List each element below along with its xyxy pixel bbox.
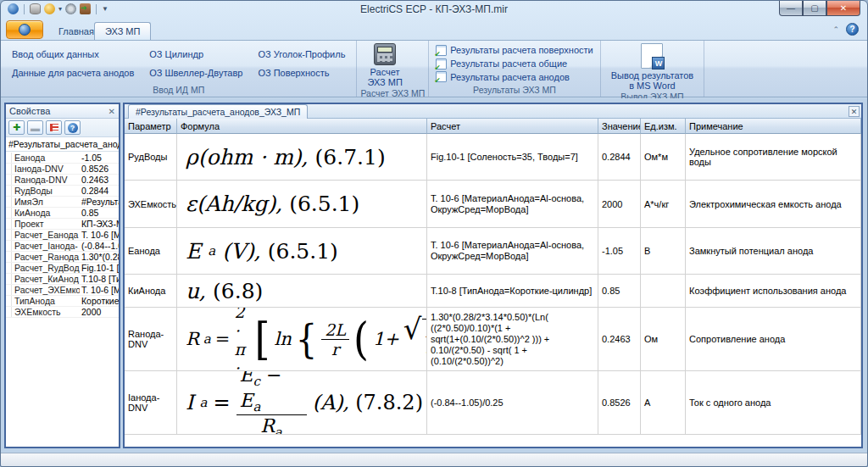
property-row[interactable]: Расчет_RудВодFig.10-1 [Соле [6,263,119,274]
element-selector[interactable]: #Результаты_расчета_анодов_Э [6,137,119,152]
button-results-anodes[interactable]: Результаты расчета анодов [432,71,596,82]
table-row[interactable]: ЭХЕмкость ε(Ah/kg), (6.5.1) Т. 10-6 [Мат… [125,181,861,228]
col-formula[interactable]: Формула [177,119,427,134]
button-calc-label: Расчет ЭХЗ МП [367,67,402,87]
ribbon-group-results: Результаты расчета поверхности Результат… [429,41,600,97]
formula-cell: Ea(V), (6.5.1) [177,228,427,275]
calc-cell: 1.30*(0.28/2*3.14*0.50)*(Ln( ((2*0.50)/0… [427,308,598,371]
button-oz-surface[interactable]: ОЗ Поверхность [253,66,349,80]
value-cell: -1.05 [598,228,641,275]
client-area: Свойства ✕ ✚ ▬ ? #Результаты_расчета_ано… [1,98,867,453]
param-cell: Еанода [125,228,177,275]
collapse-ribbon-icon[interactable]: ⌃ [832,25,839,34]
question-icon: ? [68,123,78,133]
calc-cell: Т.10-8 [ТипАнода=Короткие-цилиндр] [427,275,598,308]
property-row[interactable]: ПроектКП-ЭХЗ-МП [6,219,119,230]
calculator-icon [374,43,396,65]
document-tab-strip: #Результаты_расчета_анодов_ЭХЗ_МП ✕ [125,104,861,119]
minimize-button[interactable]: — [779,1,803,16]
unit-cell: В [641,228,686,275]
value-cell: 2000 [598,181,641,228]
categorize-button[interactable] [46,120,62,135]
results-general-label: Результаты расчета общие [450,58,567,69]
unit-cell: Ом*м [641,134,686,181]
button-results-surface[interactable]: Результаты расчета поверхности [432,45,596,56]
value-cell: 0.85 [598,275,641,308]
calc-cell: (-0.84--1.05)/0.25 [427,371,598,435]
add-button[interactable]: ✚ [8,120,25,135]
titlebar: ▾ ▼ ElectriCS ECP - КП-ЭХЗ-МП.mir — ▢ ✕ [1,1,867,19]
property-row[interactable]: Расчет_ЭХЕмкоТ. 10-6 [Матер [6,285,119,296]
remove-button[interactable]: ▬ [27,120,43,135]
note-cell: Замкнутый потенциал анода [686,228,861,275]
property-row[interactable]: RудВоды0.2844 [6,186,119,197]
window-title: ElectriCS ECP - КП-ЭХЗ-МП.mir [1,3,867,15]
plus-icon: ✚ [13,122,20,133]
app-window: ▾ ▼ ElectriCS ECP - КП-ЭХЗ-МП.mir — ▢ ✕ … [0,0,868,467]
calc-cell: Т. 10-6 [МатериалАнода=Al-основа, ОкружС… [427,228,598,275]
property-row[interactable]: Rанода-DNV0.2463 [6,175,119,186]
button-oz-angle[interactable]: ОЗ Уголок-Профиль [253,47,349,61]
results-anodes-label: Результаты расчета анодов [450,72,570,82]
button-word-label: Вывод результатов в MS Word [611,70,693,91]
table-row[interactable]: Rанода-DNV Ra = ρ2 · π · L [ ln { 2Lr ( … [125,308,861,371]
document-tab[interactable]: #Результаты_расчета_анодов_ЭХЗ_МП [128,104,308,119]
document-close-icon[interactable]: ✕ [849,106,860,117]
table-row[interactable]: Iанода-DNV Ia = Ec − Ea Ra (A), (7.8.2) … [125,371,861,435]
tab-ehz-mp[interactable]: ЭХЗ МП [94,22,151,40]
report-check-icon [436,71,447,82]
button-calc-ehz[interactable]: Расчет ЭХЗ МП [360,42,409,88]
value-cell: 0.8526 [598,371,641,435]
property-row[interactable]: Расчет_Rанода1.30*(0.28/2*3 [6,252,119,263]
note-cell: Удельное сопротивление морской воды [686,134,861,181]
ms-word-icon [641,43,663,69]
properties-title: Свойства [9,106,50,116]
button-anode-data[interactable]: Данные для расчета анодов [8,66,138,80]
document-panel: #Результаты_расчета_анодов_ЭХЗ_МП ✕ Пара… [123,103,863,448]
group-caption-results: Результаты ЭХЗ МП [432,85,596,97]
col-value[interactable]: Значение [598,119,641,134]
ribbon-group-input: Ввод общих данных Данные для расчета ано… [1,41,357,97]
note-cell: Электрохимическая емкость анода [686,181,861,228]
button-general-data[interactable]: Ввод общих данных [8,47,138,61]
col-note[interactable]: Примечание [686,119,861,134]
button-oz-cylinder[interactable]: ОЗ Цилиндр [145,47,247,61]
ribbon-group-calc: Расчет ЭХЗ МП Расчет ЭХЗ МП [357,41,429,97]
value-cell: 0.2844 [598,134,641,181]
application-button[interactable] [6,20,43,39]
col-param[interactable]: Параметр [125,119,177,134]
property-row[interactable]: ЭХЕмкость2000 [6,307,119,318]
unit-cell: А [641,371,686,435]
property-row[interactable]: Расчет_ЕанодаТ. 10-6 [Матер [6,230,119,241]
button-oz-channel[interactable]: ОЗ Швеллер-Двутавр [145,66,247,80]
table-row[interactable]: РудВоды ρ(ohm · m), (6.7.1) Fig.10-1 [Со… [125,134,861,181]
col-unit[interactable]: Ед.изм. [641,119,686,134]
property-row[interactable]: КиАнода0.85 [6,208,119,219]
properties-close-icon[interactable]: ✕ [108,107,115,116]
minus-icon: ▬ [31,123,40,133]
col-calc[interactable]: Расчет [427,119,598,134]
property-row[interactable]: ТипАнодаКороткие-цил [6,296,119,307]
property-row[interactable]: Еанода-1.05 [6,153,119,164]
app-sphere-icon [19,24,31,36]
calc-cell: Fig.10-1 [Соленость=35, Тводы=7] [427,134,598,181]
table-row[interactable]: Еанода Ea(V), (6.5.1) Т. 10-6 [МатериалА… [125,228,861,275]
button-results-general[interactable]: Результаты расчета общие [432,58,596,69]
report-check-icon [436,58,447,69]
button-word-output[interactable]: Вывод результатов в MS Word [604,42,700,92]
props-help-button[interactable]: ? [64,120,81,135]
param-cell: ЭХЕмкость [125,181,177,228]
property-row[interactable]: ИмяЭл#Результаты_ [6,197,119,208]
param-cell: Rанода-DNV [125,308,177,371]
help-icon[interactable]: ? [846,23,859,36]
close-button[interactable]: ✕ [826,1,860,16]
formula-cell: Ra = ρ2 · π · L [ ln { 2Lr ( 1+ √1 + [177,308,427,371]
param-cell: КиАнода [125,275,177,308]
table-row[interactable]: КиАнода u, (6.8) Т.10-8 [ТипАнода=Коротк… [125,275,861,308]
maximize-button[interactable]: ▢ [803,1,826,16]
property-row[interactable]: Iанода-DNV0.8526 [6,164,119,175]
ribbon-tab-row: Главная ЭХЗ МП ⌃ ? [1,19,867,40]
property-row[interactable]: Расчет_КиАнодТ.10-8 [ТипАн [6,274,119,285]
results-surface-label: Результаты расчета поверхности [450,45,593,55]
property-row[interactable]: Расчет_Iанода-(-0.84--1.05)/0 [6,241,119,252]
